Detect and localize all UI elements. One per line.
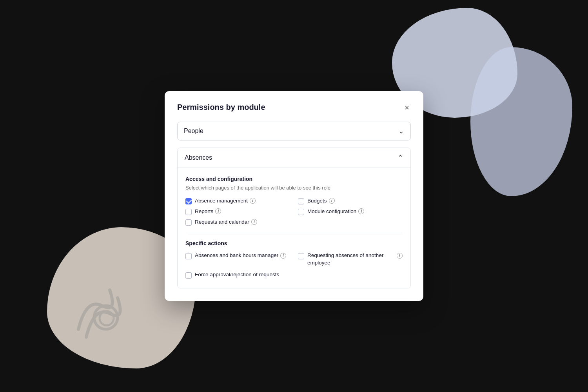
checkbox-module-configuration[interactable] bbox=[298, 209, 304, 215]
chevron-down-icon: ⌄ bbox=[398, 127, 404, 135]
module-selected-label: People bbox=[184, 128, 203, 135]
specific-actions-block: Specific actions Absences and bank hours… bbox=[185, 240, 403, 279]
info-icon-absence-management[interactable]: i bbox=[250, 198, 256, 204]
specific-actions-title: Specific actions bbox=[185, 240, 403, 246]
info-icon-reports[interactable]: i bbox=[215, 208, 221, 214]
perm-item-reports: Reports i bbox=[185, 208, 290, 215]
label-budgets: Budgets i bbox=[307, 198, 335, 204]
access-config-description: Select which pages of the application wi… bbox=[185, 184, 403, 191]
label-requests-calendar: Requests and calendar i bbox=[195, 219, 257, 225]
absences-section: Absences ⌃ Access and configuration Sele… bbox=[177, 148, 411, 289]
section-divider bbox=[185, 233, 403, 233]
checkbox-force-approval[interactable] bbox=[185, 272, 192, 279]
info-icon-budgets[interactable]: i bbox=[329, 198, 335, 204]
label-reports: Reports i bbox=[195, 208, 221, 214]
info-icon-module-configuration[interactable]: i bbox=[358, 208, 364, 214]
info-icon-absences-bank-hours[interactable]: i bbox=[280, 253, 286, 259]
specific-item-force-approval: Force approval/rejection of requests bbox=[185, 271, 290, 279]
module-dropdown[interactable]: People ⌄ bbox=[177, 122, 411, 140]
modal-wrapper: Permissions by module × People ⌄ Absence… bbox=[165, 91, 423, 301]
specific-item-absences-bank-hours: Absences and bank hours manager i bbox=[185, 252, 290, 267]
modal-header: Permissions by module × bbox=[177, 102, 411, 113]
checkbox-requesting-absences[interactable] bbox=[298, 253, 304, 259]
info-icon-requests-calendar[interactable]: i bbox=[251, 219, 257, 225]
modal-title: Permissions by module bbox=[177, 103, 265, 112]
access-config-block: Access and configuration Select which pa… bbox=[185, 176, 403, 226]
checkbox-requests-calendar[interactable] bbox=[185, 219, 192, 226]
access-config-title: Access and configuration bbox=[185, 176, 403, 182]
absences-section-header[interactable]: Absences ⌃ bbox=[178, 148, 410, 168]
label-absence-management: Absence management i bbox=[195, 198, 256, 204]
permissions-grid: Absence management i Budgets i bbox=[185, 198, 403, 226]
label-module-configuration: Module configuration i bbox=[307, 208, 364, 214]
label-requesting-absences: Requesting absences of another employee … bbox=[307, 252, 403, 267]
absences-section-title: Absences bbox=[185, 154, 212, 161]
absences-section-body: Access and configuration Select which pa… bbox=[178, 168, 410, 288]
decorative-blob-blue-2 bbox=[470, 47, 572, 196]
label-absences-bank-hours: Absences and bank hours manager i bbox=[195, 252, 286, 259]
checkbox-absence-management[interactable] bbox=[185, 198, 192, 204]
label-force-approval: Force approval/rejection of requests bbox=[195, 271, 279, 279]
permissions-modal: Permissions by module × People ⌄ Absence… bbox=[165, 91, 423, 301]
info-icon-requesting-absences[interactable]: i bbox=[397, 253, 403, 259]
checkbox-budgets[interactable] bbox=[298, 198, 304, 204]
close-button[interactable]: × bbox=[403, 102, 411, 113]
specific-actions-grid: Absences and bank hours manager i Reques… bbox=[185, 252, 403, 279]
perm-item-module-configuration: Module configuration i bbox=[298, 208, 403, 215]
checkbox-reports[interactable] bbox=[185, 209, 192, 215]
decorative-doodle bbox=[63, 274, 141, 353]
chevron-up-icon: ⌃ bbox=[397, 153, 403, 162]
perm-item-requests-calendar: Requests and calendar i bbox=[185, 219, 290, 226]
specific-item-requesting-absences: Requesting absences of another employee … bbox=[298, 252, 403, 267]
perm-item-absence-management: Absence management i bbox=[185, 198, 290, 204]
checkbox-absences-bank-hours[interactable] bbox=[185, 253, 192, 259]
perm-item-budgets: Budgets i bbox=[298, 198, 403, 204]
